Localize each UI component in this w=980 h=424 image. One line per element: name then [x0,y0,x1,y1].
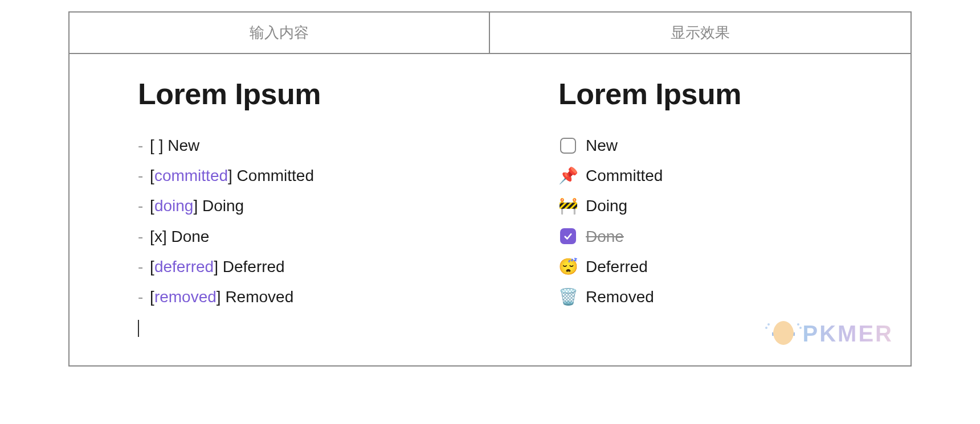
render-item: New [558,130,882,160]
empty-checkbox-icon[interactable] [558,136,578,155]
source-item: - [ ] New [138,130,462,160]
header-output: 显示效果 [490,13,910,54]
source-item: - [deferred] Deferred [138,252,462,282]
source-item: - [committed] Committed [138,160,462,191]
watermark: PKMER [769,319,893,348]
comparison-table: 输入内容 显示效果 Lorem Ipsum - [ ] New - [commi… [68,11,912,367]
source-item: - [x] Done [138,221,462,252]
render-pane: Lorem Ipsum New 📌 Committed 🚧 Doing Done [490,54,910,365]
source-heading: Lorem Ipsum [138,77,462,111]
render-label: Committed [586,160,663,191]
render-item: 😴 Deferred [558,252,882,282]
render-label: Deferred [586,252,648,282]
watermark-logo-icon [769,319,798,348]
render-label: Removed [586,282,654,312]
render-heading: Lorem Ipsum [558,77,882,111]
wastebasket-icon: 🗑️ [558,287,578,307]
render-item: 📌 Committed [558,160,882,191]
render-label: Doing [586,191,627,221]
source-list: - [ ] New - [committed] Committed - [doi… [138,130,462,312]
render-label: Done [586,221,624,252]
construction-icon: 🚧 [558,196,578,216]
render-item: 🚧 Doing [558,191,882,221]
source-pane: Lorem Ipsum - [ ] New - [committed] Comm… [70,54,490,365]
watermark-text: PKMER [803,321,893,347]
source-item: - [doing] Doing [138,191,462,221]
render-item: 🗑️ Removed [558,282,882,312]
render-list: New 📌 Committed 🚧 Doing Done 😴 Deferred [558,130,882,312]
checked-checkbox-icon[interactable] [558,227,578,246]
render-item: Done [558,221,882,252]
render-label: New [586,130,618,160]
sleeping-icon: 😴 [558,257,578,276]
text-cursor [138,320,139,337]
pushpin-icon: 📌 [558,166,578,186]
source-item: - [removed] Removed [138,282,462,312]
header-input: 输入内容 [70,13,490,54]
